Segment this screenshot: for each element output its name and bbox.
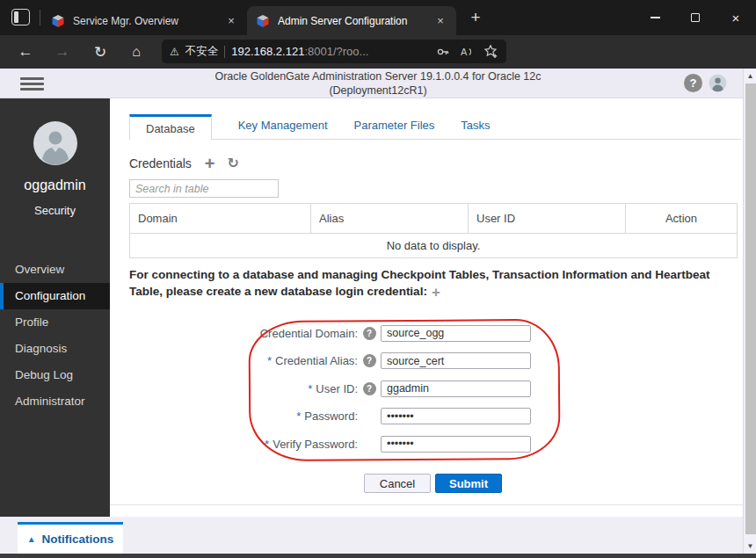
back-button[interactable]: ← [12,35,39,69]
home-button[interactable]: ⌂ [123,35,149,69]
refresh-credentials-icon[interactable]: ↻ [228,155,239,171]
tab-parameter-files[interactable]: Parameter Files [354,119,435,139]
minimize-icon [651,17,660,18]
user-id-field[interactable] [381,380,531,397]
sidebar-role: Security [0,204,110,217]
sidebar-username: oggadmin [0,178,110,193]
tab-actions-menu-icon[interactable] [11,9,30,25]
help-icon[interactable]: ? [684,74,702,92]
address-bar[interactable]: ⚠ 不安全 192.168.2.121:8001/?roo... A [162,40,506,63]
sidebar: oggadmin Security Overview Configuration… [0,98,110,517]
instruction-text-content: For connecting to a database and managin… [129,268,710,298]
scrollbar-thumb[interactable] [745,83,756,534]
credential-form: Credential Domain: ? *Credential Alias: … [110,324,531,463]
tab-tasks[interactable]: Tasks [461,119,490,139]
search-input[interactable] [129,179,279,198]
refresh-button[interactable]: ↻ [87,35,113,69]
url-text[interactable]: 192.168.2.121:8001/?roo... [231,45,430,58]
form-row-credential-alias: *Credential Alias: ? [110,352,531,370]
form-row-verify-password: *Verify Password: [110,435,531,453]
url-host: 192.168.2.121 [231,45,304,58]
hamburger-menu-icon[interactable] [20,77,44,94]
not-secure-label[interactable]: 不安全 [185,44,219,59]
app-header: Oracle GoldenGate Administration Server … [0,69,756,98]
footer-bar: ▲ Notifications [0,517,756,554]
vertical-scrollbar[interactable]: ▲ ▼ [743,69,756,554]
tab-key-management[interactable]: Key Management [238,119,328,139]
required-mark: * [296,409,301,423]
not-secure-warning-icon: ⚠ [170,46,179,58]
app-title-line1: Oracle GoldenGate Administration Server … [114,70,642,84]
window-minimize-button[interactable] [635,0,675,35]
notifications-expand-icon: ▲ [27,534,36,544]
forward-button[interactable]: → [49,35,76,69]
content-tab-bar: Database Key Management Parameter Files … [129,114,741,140]
field-help-icon[interactable]: ? [363,382,376,395]
sidebar-item-profile[interactable]: Profile [0,309,110,336]
goldengate-favicon [51,14,65,28]
tab-close-icon[interactable]: × [433,14,447,28]
field-help-icon[interactable]: ? [363,327,376,340]
sidebar-item-configuration[interactable]: Configuration [0,283,110,309]
table-empty-message: No data to display. [129,234,738,258]
password-key-icon[interactable] [436,45,450,59]
password-field[interactable] [381,408,531,424]
notifications-tab[interactable]: ▲ Notifications [18,522,123,554]
browser-window: Service Mgr. Overview × Admin Server Con… [0,0,756,558]
column-header-domain[interactable]: Domain [130,204,311,233]
verify-password-field[interactable] [381,436,531,453]
notifications-label: Notifications [42,533,114,546]
tab-database[interactable]: Database [129,114,212,140]
credentials-table: Domain Alias User ID Action No data to d… [129,203,738,258]
field-label: *User ID: [110,382,358,395]
field-label: *Credential Alias: [110,354,358,367]
add-favorite-star-icon[interactable] [483,44,498,59]
window-maximize-button[interactable] [675,0,716,35]
content-divider [110,504,743,505]
window-close-button[interactable]: × [716,0,756,35]
scroll-up-icon[interactable]: ▲ [744,72,756,80]
goldengate-favicon [256,14,270,28]
address-separator [224,46,225,58]
sidebar-item-diagnosis[interactable]: Diagnosis [0,336,110,362]
credentials-label: Credentials [129,156,192,170]
add-credential-icon[interactable]: + [205,156,215,171]
required-mark: * [308,382,312,395]
form-row-user-id: *User ID: ? [110,380,531,397]
column-header-alias[interactable]: Alias [311,204,469,233]
window-bottom-edge [0,554,756,558]
credentials-section-header: Credentials + ↻ [129,155,239,171]
main-content: Database Key Management Parameter Files … [110,98,743,517]
sidebar-item-overview[interactable]: Overview [0,257,110,283]
field-label: *Password: [110,409,358,423]
sidebar-item-administrator[interactable]: Administrator [0,388,110,415]
cancel-button[interactable]: Cancel [364,474,431,493]
table-header-row: Domain Alias User ID Action [129,203,738,234]
column-header-user-id[interactable]: User ID [469,204,626,233]
submit-button[interactable]: Submit [435,474,502,493]
field-label: Credential Domain: [110,327,358,340]
scroll-down-icon[interactable]: ▼ [744,542,756,550]
sidebar-item-debug-log[interactable]: Debug Log [0,362,110,388]
maximize-icon [691,13,700,22]
tab-title: Admin Server Configuration [278,15,433,27]
sidebar-avatar-icon [33,121,77,165]
browser-tab-admin-server[interactable]: Admin Server Configuration × [247,6,456,35]
tab-separator [40,10,40,25]
app-title-line2: (Deployment12cR1) [114,84,642,98]
user-account-icon[interactable] [709,74,727,92]
browser-tab-service-mgr[interactable]: Service Mgr. Overview × [42,6,247,35]
tab-close-icon[interactable]: × [224,14,238,28]
url-path: :8001/?roo... [304,45,368,58]
browser-toolbar: ← → ↻ ⌂ ⚠ 不安全 192.168.2.121:8001/?roo...… [0,35,756,69]
field-help-icon[interactable]: ? [363,354,376,367]
required-mark: * [267,354,272,367]
column-header-action: Action [626,204,737,233]
browser-tab-strip: Service Mgr. Overview × Admin Server Con… [0,0,756,35]
inline-add-credential-icon[interactable]: + [432,284,440,301]
sidebar-menu: Overview Configuration Profile Diagnosis… [0,257,110,415]
read-aloud-icon[interactable]: A [460,45,474,59]
credential-domain-field[interactable] [381,325,531,342]
new-tab-button[interactable]: + [466,8,485,27]
credential-alias-field[interactable] [381,352,531,369]
